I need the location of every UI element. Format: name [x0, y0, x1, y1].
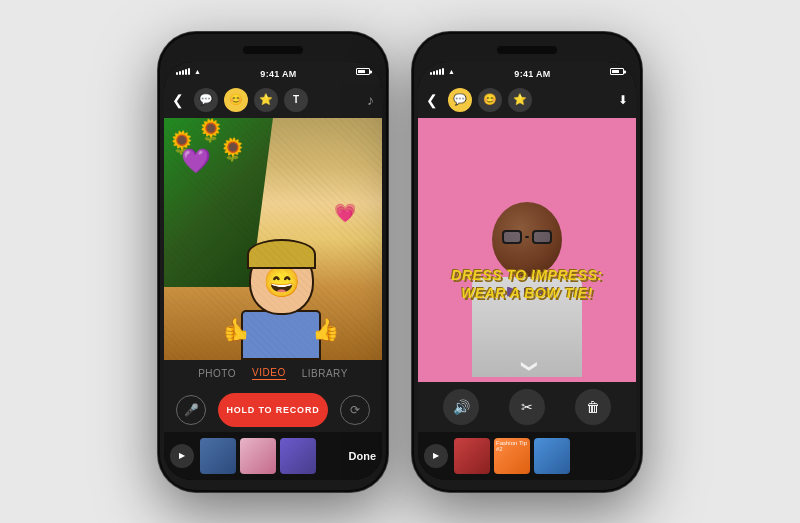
- status-bar-2: ▲ 9:41 AM: [418, 62, 636, 82]
- mode-video[interactable]: VIDEO: [252, 367, 286, 380]
- phone-1-screen: ▲ 9:41 AM ❮ 💬 😊 ⭐: [164, 62, 382, 480]
- toolbar-icon-music[interactable]: ♪: [367, 92, 374, 108]
- mode-library[interactable]: LIBRARY: [302, 368, 348, 379]
- scroll-chevron[interactable]: ❮: [518, 360, 537, 373]
- mic-icon: 🎤: [184, 403, 199, 417]
- scissors-button[interactable]: ✂: [509, 389, 545, 425]
- toolbar2-icon-emoji[interactable]: 😊: [478, 88, 502, 112]
- scissors-icon: ✂: [521, 399, 533, 415]
- toolbar-icon-message[interactable]: 💬: [194, 88, 218, 112]
- signal-icon: [176, 68, 190, 75]
- capture-bar-1: 🎤 HOLD TO RECORD ⟳: [164, 388, 382, 432]
- edit-bar-2: 🔊 ✂ 🗑: [418, 382, 636, 432]
- toolbar2-icon-message[interactable]: 💬: [448, 88, 472, 112]
- phones-container: ▲ 9:41 AM ❮ 💬 😊 ⭐: [138, 12, 662, 512]
- mode-photo[interactable]: PHOTO: [198, 368, 236, 379]
- back-chevron-1[interactable]: ❮: [172, 92, 184, 108]
- clip-thumb-p3[interactable]: [534, 438, 570, 474]
- trash-icon: 🗑: [586, 399, 600, 415]
- back-chevron-2[interactable]: ❮: [426, 92, 438, 108]
- play-icon-1: ▶: [179, 451, 185, 460]
- toolbar2-icon-star[interactable]: ⭐: [508, 88, 532, 112]
- clip-thumb-p1[interactable]: [454, 438, 490, 474]
- text-overlay-line2: WEAR A BOW TIE!: [440, 284, 614, 302]
- wifi-icon-2: ▲: [448, 68, 455, 75]
- camera-view-2: DRESS TO IMPRESS: WEAR A BOW TIE! ❮: [418, 118, 636, 382]
- emoji-pink-heart: 💗: [334, 202, 356, 224]
- play-button-1[interactable]: ▶: [170, 444, 194, 468]
- status-bar-1: ▲ 9:41 AM: [164, 62, 382, 82]
- download-icon[interactable]: ⬇: [618, 93, 628, 107]
- person-glasses: [502, 230, 552, 244]
- phone-2-screen: ▲ 9:41 AM ❮ 💬 😊 ⭐: [418, 62, 636, 480]
- time-display-2: 9:41 AM: [514, 69, 550, 79]
- clip-thumb-1[interactable]: [200, 438, 236, 474]
- battery-icon-2: [610, 68, 624, 75]
- camera-switch-button[interactable]: ⟳: [340, 395, 370, 425]
- toolbar-2: ❮ 💬 😊 ⭐ ⬇: [418, 82, 636, 118]
- record-button[interactable]: HOLD TO RECORD: [218, 393, 328, 427]
- emoji-purple-heart: 💜: [181, 147, 211, 175]
- toolbar-icon-star[interactable]: ⭐: [254, 88, 278, 112]
- phone-1: ▲ 9:41 AM ❮ 💬 😊 ⭐: [158, 32, 388, 492]
- phone-2: ▲ 9:41 AM ❮ 💬 😊 ⭐: [412, 32, 642, 492]
- clip-strip-1: ▶ Done: [164, 432, 382, 480]
- volume-icon: 🔊: [453, 399, 470, 415]
- time-display-1: 9:41 AM: [260, 69, 296, 79]
- toolbar-icon-emoji[interactable]: 😊: [224, 88, 248, 112]
- camera-switch-icon: ⟳: [350, 403, 360, 417]
- toolbar-1: ❮ 💬 😊 ⭐ T ♪: [164, 82, 382, 118]
- volume-button[interactable]: 🔊: [443, 389, 479, 425]
- play-icon-2: ▶: [433, 451, 439, 460]
- text-overlay-line1: DRESS TO IMPRESS:: [440, 266, 614, 284]
- clip-thumb-p2[interactable]: Fashion Tip #2: [494, 438, 530, 474]
- toolbar-icon-text[interactable]: T: [284, 88, 308, 112]
- play-button-2[interactable]: ▶: [424, 444, 448, 468]
- wifi-icon: ▲: [194, 68, 201, 75]
- mic-button[interactable]: 🎤: [176, 395, 206, 425]
- text-overlay: DRESS TO IMPRESS: WEAR A BOW TIE!: [440, 266, 614, 302]
- clip-strip-2: ▶ Fashion Tip #2: [418, 432, 636, 480]
- battery-icon-1: [356, 68, 370, 75]
- clip-thumb-2[interactable]: [240, 438, 276, 474]
- camera-view-1: 🌻 🌻 🌻 💜 💗 👍 👍: [164, 118, 382, 360]
- clip-thumb-3[interactable]: [280, 438, 316, 474]
- mode-selector-1: PHOTO VIDEO LIBRARY: [164, 360, 382, 388]
- trash-button[interactable]: 🗑: [575, 389, 611, 425]
- done-button[interactable]: Done: [349, 450, 377, 462]
- signal-icon-2: [430, 68, 444, 75]
